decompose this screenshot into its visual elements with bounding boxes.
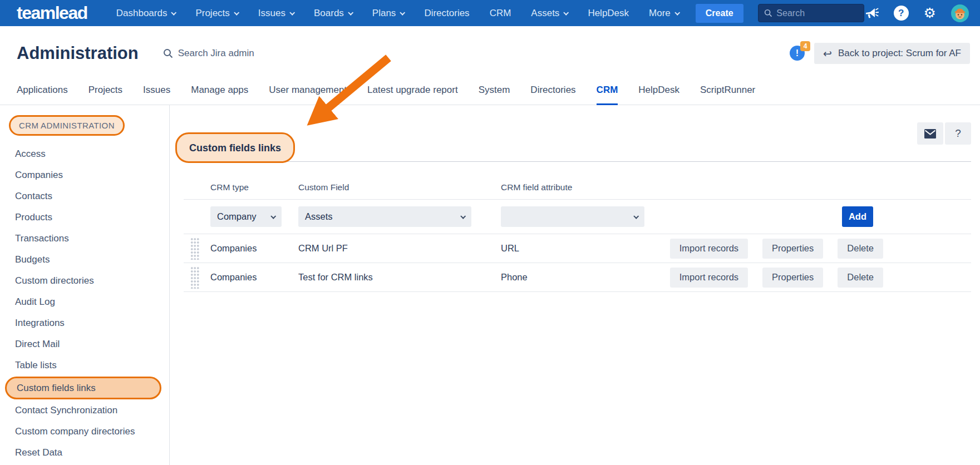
sidebar-item-reset-data[interactable]: Reset Data [0,442,169,463]
navbar-icons: ? ⚙ [864,4,969,22]
admin-tabbar: Applications Projects Issues Manage apps… [0,77,980,105]
sidebar-section-title: CRM ADMINISTRATION [9,115,125,136]
tab-manage-apps[interactable]: Manage apps [191,77,248,105]
chevron-down-icon [460,214,466,219]
chevron-down-icon [171,10,177,16]
col-header-custom-field: Custom Field [298,182,501,192]
top-navbar: teamlead Dashboards Projects Issues Boar… [0,0,980,26]
nav-item-projects[interactable]: Projects [195,8,238,19]
import-records-button[interactable]: Import records [670,268,748,288]
sidebar-item-table-lists[interactable]: Table lists [0,355,169,376]
tab-projects[interactable]: Projects [88,77,122,105]
back-button-label: Back to project: Scrum for AF [838,48,961,59]
admin-search[interactable]: Search Jira admin [163,48,254,59]
sidebar-item-audit-log[interactable]: Audit Log [0,291,169,313]
tab-helpdesk[interactable]: HelpDesk [638,77,679,105]
cell-crm-type: Companies [210,272,298,283]
chevron-down-icon [270,214,276,219]
nav-label: Boards [314,8,344,19]
custom-field-select-value: Assets [305,211,333,222]
sidebar-item-companies[interactable]: Companies [0,165,169,186]
nav-item-issues[interactable]: Issues [258,8,294,19]
tab-system[interactable]: System [479,77,510,105]
search-icon [764,8,772,18]
chevron-down-icon [289,10,295,16]
nav-item-boards[interactable]: Boards [314,8,352,19]
nav-label: Projects [195,8,229,19]
drag-handle-icon[interactable] [190,238,199,260]
sidebar-item-contact-synchronization[interactable]: Contact Synchronization [0,400,169,421]
nav-label: Plans [372,8,396,19]
nav-item-directories[interactable]: Directories [424,8,469,19]
cell-crm-type: Companies [210,243,298,254]
tab-directories[interactable]: Directories [530,77,575,105]
notifications[interactable]: ! 4 [790,46,805,61]
drag-handle-icon[interactable] [190,266,199,289]
table-row: Companies Test for CRM links Phone Impor… [184,263,971,292]
chevron-down-icon [564,10,569,16]
back-to-project-button[interactable]: ↩ Back to project: Scrum for AF [814,43,970,64]
col-header-crm-field-attribute: CRM field attribute [501,182,662,192]
nav-label: More [649,8,671,19]
tab-latest-upgrade-report[interactable]: Latest upgrade report [367,77,458,105]
properties-button[interactable]: Properties [762,239,823,259]
sidebar-item-budgets[interactable]: Budgets [0,249,169,270]
cell-crm-field-attribute: Phone [501,272,662,283]
chevron-down-icon [234,10,239,16]
crm-admin-sidebar: CRM ADMINISTRATION Access Companies Cont… [0,105,170,465]
chevron-down-icon [348,10,353,16]
cell-custom-field: CRM Url PF [298,243,501,254]
import-records-button[interactable]: Import records [670,239,748,259]
crm-field-attribute-select[interactable] [501,206,644,227]
tab-scriptrunner[interactable]: ScriptRunner [700,77,755,105]
nav-label: Assets [531,8,559,19]
sidebar-item-products[interactable]: Products [0,207,169,228]
tab-crm[interactable]: CRM [597,77,618,105]
avatar[interactable] [951,4,969,22]
delete-button[interactable]: Delete [838,239,883,259]
tab-issues[interactable]: Issues [143,77,170,105]
nav-item-dashboards[interactable]: Dashboards [116,8,176,19]
add-button[interactable]: Add [842,206,873,227]
body-row: CRM ADMINISTRATION Access Companies Cont… [0,105,980,465]
chevron-down-icon [633,214,639,219]
nav-item-assets[interactable]: Assets [531,8,568,19]
col-header-crm-type: CRM type [210,182,298,192]
crm-type-select-value: Company [217,211,257,222]
notification-badge: 4 [800,41,810,51]
nav-label: Directories [424,8,469,19]
sidebar-item-custom-fields-links[interactable]: Custom fields links [5,377,161,399]
sidebar-item-custom-company-directories[interactable]: Custom company directories [0,421,169,442]
navbar-search-input[interactable] [776,8,858,18]
nav-label: HelpDesk [588,8,629,19]
sidebar-item-integrations[interactable]: Integrations [0,313,169,334]
tab-applications[interactable]: Applications [17,77,68,105]
gear-icon[interactable]: ⚙ [924,6,936,20]
sidebar-item-custom-directories[interactable]: Custom directories [0,270,169,291]
help-icon[interactable]: ? [894,6,909,21]
navbar-search-box[interactable] [758,4,864,22]
nav-item-helpdesk[interactable]: HelpDesk [588,8,629,19]
nav-item-crm[interactable]: CRM [490,8,511,19]
nav-label: CRM [490,8,511,19]
properties-button[interactable]: Properties [762,268,823,288]
page-title: Administration [17,43,139,63]
navbar-menu: Dashboards Projects Issues Boards Plans … [116,8,679,19]
custom-field-select[interactable]: Assets [298,206,471,227]
teamlead-logo[interactable]: teamlead [17,3,87,23]
sidebar-item-contacts[interactable]: Contacts [0,186,169,207]
custom-fields-links-table: CRM type Custom Field CRM field attribut… [184,175,971,292]
nav-item-more[interactable]: More [649,8,679,19]
chevron-down-icon [674,10,680,16]
megaphone-icon[interactable] [864,7,879,20]
nav-item-plans[interactable]: Plans [372,8,405,19]
tab-user-management[interactable]: User management [269,77,347,105]
crm-type-select[interactable]: Company [210,206,282,227]
delete-button[interactable]: Delete [838,268,883,288]
sidebar-item-access[interactable]: Access [0,144,169,165]
create-button[interactable]: Create [696,4,743,23]
sidebar-item-direct-mail[interactable]: Direct Mail [0,334,169,355]
nav-label: Dashboards [116,8,168,19]
main-content: ? Custom fields links CRM type Custom Fi… [170,105,980,465]
sidebar-item-transactions[interactable]: Transactions [0,228,169,249]
